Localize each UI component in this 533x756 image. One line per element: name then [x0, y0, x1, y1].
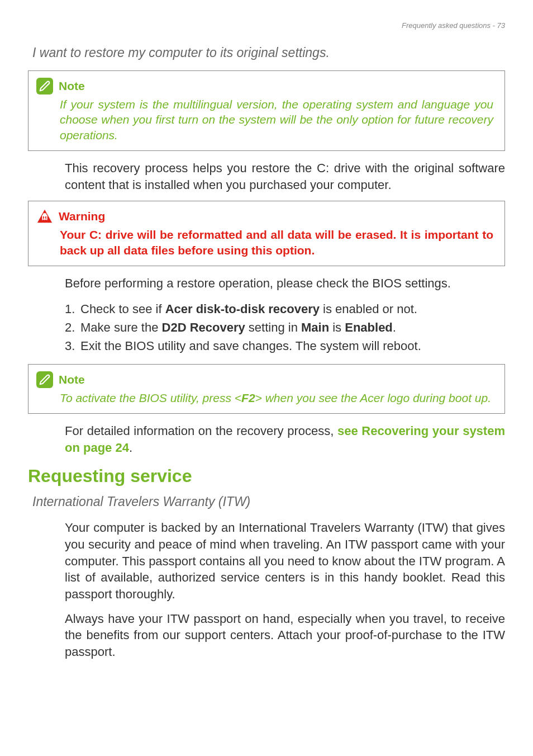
list-item: 1. Check to see if Acer disk-to-disk rec…	[65, 300, 505, 318]
note-body-2: To activate the BIOS utility, press <F2>…	[60, 390, 493, 405]
list-item: 3. Exit the BIOS utility and save change…	[65, 337, 505, 355]
warning-body: Your C: drive will be reformatted and al…	[60, 227, 493, 258]
warning-callout: Warning Your C: drive will be reformatte…	[28, 201, 505, 266]
list-bold: Enabled	[345, 320, 393, 334]
pencil-icon	[36, 78, 53, 94]
paragraph-recovery: This recovery process helps you restore …	[65, 160, 505, 193]
list-item: 2. Make sure the D2D Recovery setting in…	[65, 318, 505, 337]
numbered-list: 1. Check to see if Acer disk-to-disk rec…	[65, 300, 505, 355]
subheading-restore: I want to restore my computer to its ori…	[32, 45, 505, 60]
page-header: Frequently asked questions - 73	[28, 21, 505, 30]
list-bold: Main	[301, 320, 329, 334]
note-callout-1: Note If your system is the multilingual …	[28, 70, 505, 151]
warning-icon	[36, 208, 53, 225]
subheading-itw: International Travelers Warranty (ITW)	[32, 494, 505, 509]
list-number: 3.	[65, 337, 80, 355]
paragraph-link: For detailed information on the recovery…	[65, 423, 505, 456]
section-title-service: Requesting service	[28, 466, 505, 486]
pencil-icon	[36, 371, 53, 388]
paragraph-itw-2: Always have your ITW passport on hand, e…	[65, 611, 505, 660]
list-bold: Acer disk-to-disk recovery	[165, 302, 320, 316]
list-text: Exit the BIOS utility and save changes. …	[80, 337, 421, 355]
note-body-1: If your system is the multilingual versi…	[60, 97, 493, 143]
svg-point-0	[43, 213, 47, 217]
key-f2: F2	[241, 391, 255, 404]
note-title: Note	[59, 373, 85, 386]
list-number: 2.	[65, 318, 80, 337]
paragraph-itw-1: Your computer is backed by an Internatio…	[65, 519, 505, 602]
list-bold: D2D Recovery	[162, 320, 245, 334]
paragraph-bios: Before performing a restore operation, p…	[65, 275, 505, 292]
list-text: Make sure the	[80, 320, 162, 334]
list-text: is enabled or not.	[320, 302, 417, 316]
list-number: 1.	[65, 300, 80, 318]
list-text: is	[329, 320, 345, 334]
list-text: setting in	[245, 320, 301, 334]
list-text: .	[393, 320, 396, 334]
note-callout-2: Note To activate the BIOS utility, press…	[28, 364, 505, 414]
warning-title: Warning	[59, 210, 105, 223]
list-text: Check to see if	[80, 302, 165, 316]
note-title: Note	[59, 79, 85, 93]
